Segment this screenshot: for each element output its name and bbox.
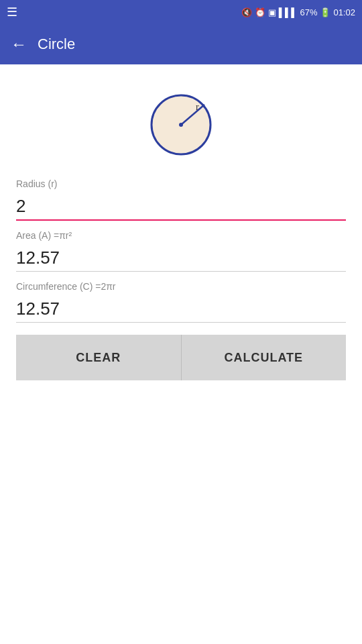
main-content: r Radius (r) Area (A) =πr² 12.57 Circumf… <box>0 64 362 644</box>
circumference-value: 12.57 <box>16 296 346 322</box>
area-label: Area (A) =πr² <box>16 230 346 241</box>
circle-diagram: r <box>16 91 346 158</box>
radius-field-group: Radius (r) <box>16 178 346 221</box>
svg-text:r: r <box>196 102 199 112</box>
clock: 01:02 <box>333 7 355 17</box>
battery-icon: 🔋 <box>320 7 330 17</box>
status-bar: ☰ 🔇 ⏰ ▣ ▌▌▌ 67% 🔋 01:02 <box>0 0 362 24</box>
back-button[interactable]: ← <box>11 35 27 54</box>
clear-button[interactable]: CLEAR <box>16 335 182 380</box>
sim-icon: ▣ <box>268 7 276 17</box>
radius-label: Radius (r) <box>16 178 346 189</box>
page-title: Circle <box>38 36 75 53</box>
radius-input-container <box>16 193 346 221</box>
button-row: CLEAR CALCULATE <box>16 335 346 380</box>
alarm-icon: ⏰ <box>255 7 265 17</box>
circumference-field-group: Circumference (C) =2πr 12.57 <box>16 281 346 323</box>
app-bar: ← Circle <box>0 24 362 64</box>
status-bar-right: 🔇 ⏰ ▣ ▌▌▌ 67% 🔋 01:02 <box>241 7 355 17</box>
radius-input[interactable] <box>16 193 346 219</box>
calculate-button[interactable]: CALCULATE <box>182 335 347 380</box>
status-bar-left: ☰ <box>7 5 17 19</box>
signal-icon: ▌▌▌ <box>279 7 298 17</box>
circumference-input-container: 12.57 <box>16 296 346 323</box>
svg-point-2 <box>179 123 183 127</box>
mute-icon: 🔇 <box>241 7 252 17</box>
area-value: 12.57 <box>16 245 346 271</box>
area-input-container: 12.57 <box>16 245 346 272</box>
menu-icon: ☰ <box>7 5 17 19</box>
circle-svg: r <box>147 91 215 158</box>
battery-percent: 67% <box>300 7 317 17</box>
circumference-label: Circumference (C) =2πr <box>16 281 346 292</box>
area-field-group: Area (A) =πr² 12.57 <box>16 230 346 272</box>
